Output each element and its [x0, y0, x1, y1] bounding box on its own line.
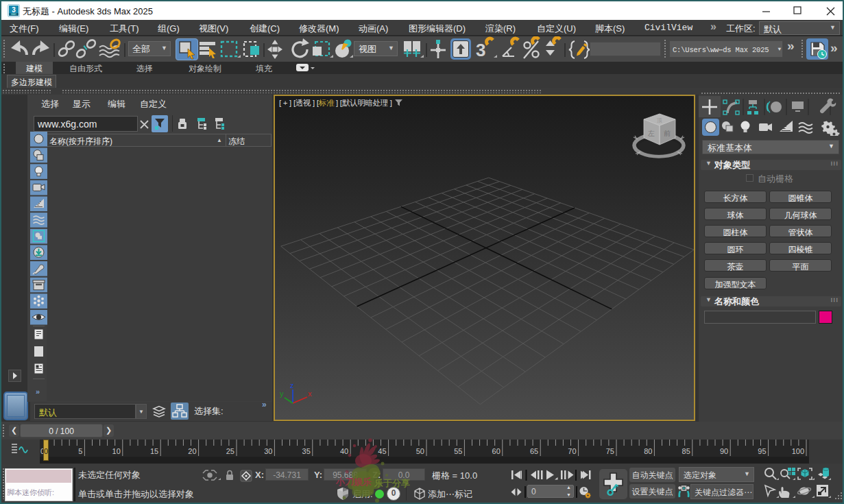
svg-text:左: 左 — [648, 130, 655, 137]
svg-text:»: » — [36, 387, 40, 396]
svg-text:80: 80 — [644, 447, 652, 455]
svg-text:x: x — [308, 389, 312, 398]
svg-text:顶: 顶 — [656, 117, 662, 123]
svg-text:乐于分享: 乐于分享 — [374, 478, 410, 488]
svg-text:3: 3 — [476, 40, 485, 60]
svg-text:15: 15 — [150, 447, 158, 455]
svg-text:100: 100 — [792, 447, 804, 455]
svg-text:70: 70 — [568, 447, 576, 455]
svg-text:85: 85 — [682, 447, 690, 455]
svg-text:55: 55 — [454, 447, 462, 455]
svg-text:3: 3 — [12, 6, 16, 14]
svg-text:前: 前 — [664, 130, 671, 137]
svg-text:5: 5 — [78, 447, 82, 455]
svg-text:10: 10 — [112, 447, 121, 455]
svg-text:z: z — [290, 381, 294, 389]
svg-text:65: 65 — [530, 447, 538, 455]
svg-text:y: y — [280, 389, 284, 398]
svg-text:35: 35 — [302, 447, 311, 455]
svg-text:25: 25 — [226, 447, 234, 455]
svg-text:30: 30 — [264, 447, 272, 455]
svg-text:MAX: MAX — [11, 13, 16, 16]
svg-text:75: 75 — [606, 447, 614, 455]
svg-text:90: 90 — [720, 447, 728, 455]
svg-text:95: 95 — [758, 447, 766, 455]
svg-text:60: 60 — [492, 447, 501, 455]
svg-text:小刀娱乐: 小刀娱乐 — [335, 477, 372, 487]
svg-text:20: 20 — [188, 447, 196, 455]
